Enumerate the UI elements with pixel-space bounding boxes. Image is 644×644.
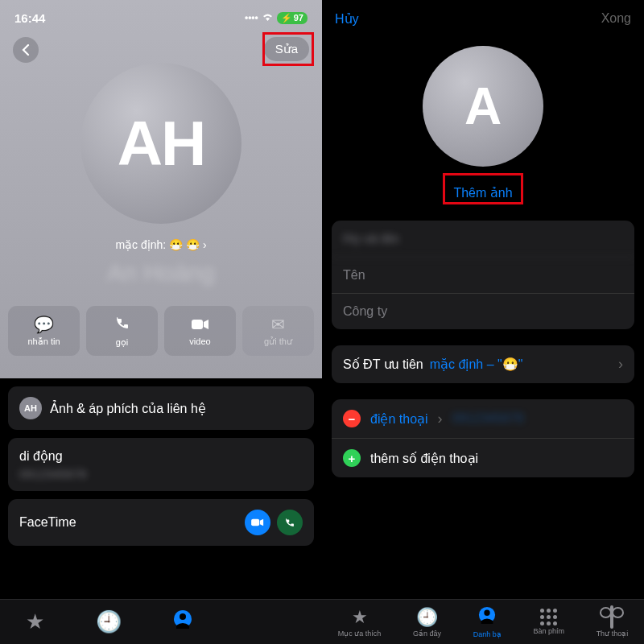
clock-icon: 🕘 (96, 609, 122, 634)
svg-rect-0 (192, 320, 203, 329)
facetime-audio-button[interactable] (277, 510, 303, 535)
done-button[interactable]: Xong (601, 11, 631, 27)
contact-details-list: AH Ảnh & áp phích của liên hệ di động 09… (0, 378, 322, 546)
status-indicators: •••• ⚡97 (245, 12, 308, 24)
message-icon: 💬 (34, 315, 54, 334)
contact-avatar[interactable]: AH (80, 63, 242, 224)
mail-icon: ✉ (271, 315, 285, 334)
tab-contacts[interactable]: Danh bạ (473, 606, 502, 638)
battery-indicator: ⚡97 (277, 12, 308, 24)
cancel-button[interactable]: Hủy (335, 11, 359, 27)
facetime-cell[interactable]: FaceTime (8, 499, 314, 546)
edit-header: Hủy Xong (322, 0, 644, 38)
mail-button: ✉ gửi thư (242, 306, 314, 356)
contact-hero: 16:44 •••• ⚡97 Sửa AH mặc định: 😷 😷 › An… (0, 0, 322, 378)
phone-type-selector[interactable]: điện thoại (370, 411, 428, 427)
poster-label: Ảnh & áp phích của liên hệ (50, 401, 206, 416)
quick-actions: 💬 nhắn tin gọi video ✉ gửi thư (8, 306, 314, 356)
chevron-right-icon: › (438, 411, 443, 427)
tab-recents[interactable]: 🕘Gần đây (96, 609, 122, 634)
person-icon (173, 609, 192, 634)
keypad-icon (540, 609, 557, 625)
voicemail-icon (610, 607, 613, 628)
first-name-field[interactable]: Họ và tên (332, 221, 634, 258)
phone-list-group: − điện thoại › 0912345678 + thêm số điện… (332, 399, 634, 477)
mini-avatar: AH (19, 397, 42, 419)
tab-voicemail[interactable]: Thư thoại (597, 607, 629, 638)
video-icon (192, 316, 209, 334)
facetime-video-button[interactable] (245, 510, 270, 535)
default-ringtone-row[interactable]: mặc định: 😷 😷 › (0, 238, 322, 251)
name-fields-group: Họ và tên Tên Công ty (332, 221, 634, 329)
mobile-phone-cell[interactable]: di động 0912345678 (8, 438, 314, 491)
chevron-right-icon: › (618, 356, 623, 373)
phone-number-blurred: 0912345678 (19, 467, 303, 481)
status-bar: 16:44 •••• ⚡97 (0, 0, 322, 31)
tab-favorites[interactable]: ★Mục ưa thích (338, 607, 382, 638)
tab-bar: ★Mục ưa thích 🕘Gần đây Danh bạ Bàn phím … (322, 599, 644, 644)
add-phone-row[interactable]: + thêm số điện thoại (332, 439, 634, 477)
phone-icon (114, 315, 130, 335)
phone-number-blurred: 0912345678 (452, 411, 524, 426)
add-icon[interactable]: + (343, 449, 361, 467)
tab-contacts[interactable]: Danh bạ (173, 609, 192, 634)
back-button[interactable] (13, 37, 39, 63)
call-button[interactable]: gọi (86, 306, 158, 356)
message-button[interactable]: 💬 nhắn tin (8, 306, 80, 356)
add-phone-label: thêm số điện thoại (370, 451, 478, 466)
edit-avatar[interactable]: A (423, 46, 543, 167)
add-photo-button[interactable]: Thêm ảnh (453, 185, 512, 200)
wifi-icon (262, 12, 274, 23)
phone-entry-row[interactable]: − điện thoại › 0912345678 (332, 399, 634, 439)
annotation-highlight-edit (262, 32, 314, 66)
star-icon: ★ (26, 609, 44, 634)
poster-cell[interactable]: AH Ảnh & áp phích của liên hệ (8, 386, 314, 430)
svg-point-3 (180, 613, 186, 620)
svg-point-5 (485, 609, 490, 615)
annotation-highlight-addphoto: Thêm ảnh (443, 173, 522, 204)
tab-bar: ★Mục ưa thích 🕘Gần đây Danh bạ Bàn phím … (0, 599, 322, 644)
person-icon (478, 606, 496, 629)
edit-contact-screen: Hủy Xong A Thêm ảnh Họ và tên Tên Công t… (322, 0, 644, 644)
video-button[interactable]: video (164, 306, 236, 356)
star-icon: ★ (352, 607, 368, 628)
last-name-field[interactable]: Tên (332, 258, 634, 294)
contact-view-screen: 16:44 •••• ⚡97 Sửa AH mặc định: 😷 😷 › An… (0, 0, 322, 644)
svg-rect-1 (251, 519, 259, 526)
company-field[interactable]: Công ty (332, 294, 634, 329)
clock: 16:44 (14, 11, 45, 25)
priority-phone-row[interactable]: Số ĐT ưu tiên mặc định – "😷" › (332, 345, 634, 383)
delete-icon[interactable]: − (343, 410, 361, 427)
clock-icon: 🕘 (416, 607, 438, 628)
contact-name: An Hoàng (0, 259, 322, 287)
tab-favorites[interactable]: ★Mục ưa thích (26, 609, 44, 634)
priority-phone-group: Số ĐT ưu tiên mặc định – "😷" › (332, 345, 634, 383)
tab-recents[interactable]: 🕘Gần đây (413, 607, 441, 638)
tab-keypad[interactable]: Bàn phím (533, 609, 564, 635)
phone-type-label: di động (19, 448, 303, 464)
facetime-label: FaceTime (19, 515, 76, 530)
cellular-icon: •••• (245, 12, 258, 23)
priority-label: Số ĐT ưu tiên (343, 357, 423, 372)
priority-value: mặc định – "😷" (430, 357, 612, 372)
